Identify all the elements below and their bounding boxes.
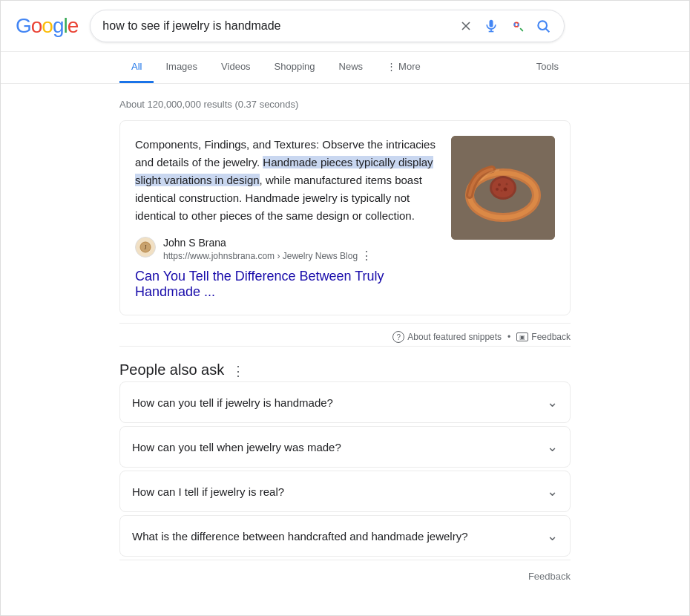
jewelry-image xyxy=(451,136,555,240)
feedback-icon: ▣ xyxy=(516,332,528,341)
lens-icon xyxy=(509,18,525,34)
chevron-down-icon: ⌄ xyxy=(547,439,558,455)
svg-point-7 xyxy=(539,21,548,30)
header: Google xyxy=(1,1,689,52)
tab-videos[interactable]: Videos xyxy=(209,52,263,83)
svg-text:J: J xyxy=(144,244,146,251)
paa-header: People also ask ⋮ xyxy=(119,361,571,379)
paa-question: How can I tell if jewelry is real? xyxy=(132,485,284,498)
svg-point-16 xyxy=(498,183,501,186)
mic-icon xyxy=(484,19,499,33)
search-icon-group xyxy=(457,16,552,36)
about-snippets[interactable]: ? About featured snippets xyxy=(392,331,502,343)
source-options-icon[interactable]: ⋮ xyxy=(361,249,372,263)
tab-news[interactable]: News xyxy=(327,52,375,83)
more-dots-icon: ⋮ xyxy=(387,61,396,72)
source-favicon: J xyxy=(135,237,156,258)
footer-dot: • xyxy=(507,332,510,342)
svg-point-19 xyxy=(506,183,508,186)
paa-question: How can you tell if jewelry is handmade? xyxy=(132,396,333,409)
paa-item[interactable]: How can you tell if jewelry is handmade?… xyxy=(119,381,571,423)
svg-point-20 xyxy=(496,188,499,191)
main-content: About 120,000,000 results (0.37 seconds)… xyxy=(1,84,689,604)
source-name: John S Brana xyxy=(163,237,436,249)
chevron-down-icon: ⌄ xyxy=(547,528,558,544)
about-snippets-label: About featured snippets xyxy=(407,332,502,342)
nav-tabs: All Images Videos Shopping News ⋮ More T… xyxy=(1,52,689,84)
svg-point-15 xyxy=(492,178,514,197)
divider xyxy=(119,346,571,347)
featured-snippet: Components, Findings, and Textures: Obse… xyxy=(119,120,571,315)
snippet-text: Components, Findings, and Textures: Obse… xyxy=(135,136,436,225)
tab-all[interactable]: All xyxy=(119,52,154,83)
tab-tools[interactable]: Tools xyxy=(525,52,571,83)
paa-section: People also ask ⋮ How can you tell if je… xyxy=(119,361,571,589)
paa-title: People also ask xyxy=(119,361,224,379)
feedback-link[interactable]: ▣ Feedback xyxy=(516,332,571,342)
svg-point-18 xyxy=(501,190,503,192)
paa-menu-icon[interactable]: ⋮ xyxy=(231,363,246,378)
search-bar xyxy=(90,10,565,42)
search-icon xyxy=(536,19,551,33)
tab-more[interactable]: ⋮ More xyxy=(375,52,433,83)
svg-line-8 xyxy=(546,29,550,33)
paa-item[interactable]: What is the difference between handcraft… xyxy=(119,515,571,557)
bottom-divider xyxy=(119,560,571,560)
source-url: https://www.johnsbrana.com › Jewelry New… xyxy=(163,249,436,263)
favicon-icon: J xyxy=(139,241,151,253)
paa-item[interactable]: How can I tell if jewelry is real? ⌄ xyxy=(119,471,571,512)
snippet-image xyxy=(451,136,555,240)
paa-item[interactable]: How can you tell when jewelry was made? … xyxy=(119,426,571,468)
google-logo[interactable]: Google xyxy=(16,14,78,38)
source-info: J John S Brana https://www.johnsbrana.co… xyxy=(135,237,436,263)
chevron-down-icon: ⌄ xyxy=(547,394,558,410)
tab-images[interactable]: Images xyxy=(154,52,209,83)
svg-point-17 xyxy=(504,188,507,191)
bottom-feedback[interactable]: Feedback xyxy=(119,563,571,589)
feedback-label: Feedback xyxy=(531,332,571,342)
close-icon xyxy=(459,19,473,33)
voice-search-button[interactable] xyxy=(482,17,500,35)
result-stats: About 120,000,000 results (0.37 seconds) xyxy=(119,91,571,120)
snippet-link[interactable]: Can You Tell the Difference Between Trul… xyxy=(135,269,436,300)
source-details: John S Brana https://www.johnsbrana.com … xyxy=(163,237,436,263)
info-icon: ? xyxy=(392,331,404,343)
chevron-down-icon: ⌄ xyxy=(547,483,558,499)
snippet-footer: ? About featured snippets • ▣ Feedback xyxy=(119,323,571,343)
tab-shopping[interactable]: Shopping xyxy=(263,52,327,83)
image-search-button[interactable] xyxy=(507,16,527,36)
paa-question: What is the difference between handcraft… xyxy=(132,530,468,543)
clear-button[interactable] xyxy=(457,17,475,35)
search-input[interactable] xyxy=(102,19,450,33)
paa-question: How can you tell when jewelry was made? xyxy=(132,441,341,453)
search-button[interactable] xyxy=(534,17,552,35)
svg-rect-2 xyxy=(490,20,493,27)
